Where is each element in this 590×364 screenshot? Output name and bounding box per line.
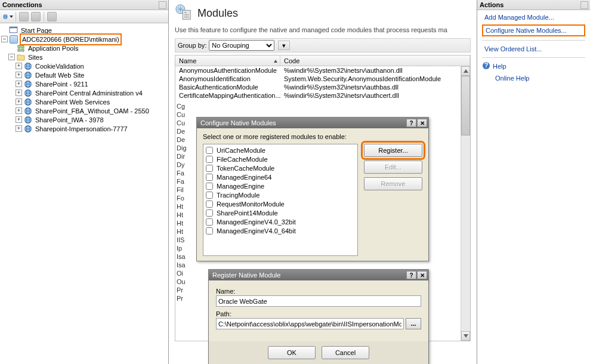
table-row[interactable]: Ht	[177, 219, 187, 227]
remove-button[interactable]: Remove	[364, 177, 422, 190]
table-row[interactable]: Ou	[177, 277, 187, 286]
scrollbar[interactable]	[461, 66, 470, 341]
module-checkbox-row[interactable]: RequestMonitorModule	[205, 199, 356, 208]
module-checkbox-row[interactable]: SharePoint14Module	[205, 208, 356, 217]
table-row[interactable]: Pr	[177, 286, 187, 294]
module-checkbox[interactable]	[206, 227, 213, 235]
table-row[interactable]: Ht	[177, 202, 187, 211]
tree-site[interactable]: +Sharepoint-Impersonation-7777	[16, 124, 167, 133]
action-add-managed-module[interactable]: Add Managed Module...	[482, 13, 585, 22]
table-row[interactable]: Pr	[177, 294, 187, 303]
help-icon[interactable]: ?	[406, 271, 416, 279]
expand-icon[interactable]: +	[16, 63, 22, 69]
help-icon[interactable]: ?	[406, 119, 416, 127]
close-icon[interactable]: ✕	[417, 119, 427, 127]
module-checkbox-row[interactable]: ManagedEngineV4.0_32bit	[205, 217, 356, 226]
tree-site[interactable]: +SharePoint_FBA_Without_OAM - 2550	[16, 106, 167, 115]
module-checkbox-row[interactable]: ManagedEngineV4.0_64bit	[205, 226, 356, 235]
column-code[interactable]: Code	[280, 55, 470, 66]
tree-site[interactable]: +SharePoint Web Services	[16, 97, 167, 106]
tree-site[interactable]: +SharePoint - 9211	[16, 79, 167, 88]
module-checkbox[interactable]	[206, 209, 213, 217]
expand-icon[interactable]: +	[16, 116, 22, 123]
table-row[interactable]: De	[177, 135, 187, 144]
module-checkbox[interactable]	[206, 218, 213, 226]
table-row[interactable]: Fa	[177, 177, 187, 186]
module-checkbox[interactable]	[206, 156, 213, 163]
module-checkbox-row[interactable]: TracingModule	[205, 190, 356, 199]
group-by-button[interactable]: ▾	[278, 41, 290, 50]
toolbar-icon[interactable]	[47, 11, 57, 22]
module-checkbox-row[interactable]: TokenCacheModule	[205, 164, 356, 172]
scroll-down-icon[interactable]	[461, 331, 470, 341]
svg-rect-4	[18, 45, 20, 48]
tree-site[interactable]: +SharePoint_IWA - 3978	[16, 115, 167, 124]
table-row[interactable]: AnonymousIdentificationSystem.Web.Securi…	[175, 75, 470, 83]
table-row[interactable]: Cu	[177, 110, 187, 119]
table-row[interactable]: Oi	[177, 269, 187, 277]
scroll-thumb[interactable]	[461, 76, 470, 135]
table-row[interactable]: Dir	[177, 152, 187, 161]
table-row[interactable]: Fo	[177, 194, 187, 202]
module-checkbox[interactable]	[206, 174, 213, 181]
table-row[interactable]: Dig	[177, 144, 187, 152]
table-row[interactable]: Ht	[177, 211, 187, 219]
tree-site[interactable]: +SharePoint Central Administration v4	[16, 88, 167, 97]
path-input[interactable]	[216, 318, 404, 329]
tree-server[interactable]: − ADC6220666 (BORED\mtikmani)	[1, 35, 167, 44]
module-checkbox[interactable]	[206, 183, 213, 190]
group-by-select[interactable]: No Grouping	[209, 40, 274, 51]
table-row[interactable]: Dy	[177, 161, 187, 169]
collapse-icon[interactable]: −	[1, 36, 8, 42]
module-checkbox-row[interactable]: ManagedEngine	[205, 181, 356, 190]
toolbar-icon[interactable]	[30, 11, 41, 22]
table-row[interactable]: BasicAuthenticationModule%windir%\System…	[175, 83, 470, 91]
module-checkbox[interactable]	[206, 147, 213, 154]
table-row[interactable]: Cu	[177, 119, 187, 127]
browse-button[interactable]: ...	[406, 318, 421, 329]
action-online-help[interactable]: Online Help	[493, 73, 585, 83]
path-label: Path:	[216, 310, 421, 317]
table-row[interactable]: Ip	[177, 244, 187, 252]
action-configure-native-modules[interactable]: Configure Native Modules...	[482, 24, 585, 36]
table-row[interactable]: Cg	[177, 102, 187, 110]
expand-icon[interactable]: +	[16, 90, 22, 96]
edit-button[interactable]: Edit...	[364, 161, 422, 174]
cancel-button[interactable]: Cancel	[322, 346, 369, 359]
action-help[interactable]: ? Help	[482, 61, 585, 71]
table-row[interactable]: Fil	[177, 186, 187, 194]
module-checkbox[interactable]	[206, 200, 213, 208]
module-checkbox[interactable]	[206, 192, 213, 199]
connections-tree: Start Page − ADC6220666 (BORED\mtikmani)…	[0, 23, 168, 364]
column-name[interactable]: Name	[175, 55, 280, 66]
table-row[interactable]: CertificateMappingAuthentication...%wind…	[175, 91, 470, 100]
close-icon[interactable]: ✕	[417, 271, 427, 279]
table-row[interactable]: Ht	[177, 227, 187, 236]
expand-icon[interactable]: +	[16, 98, 22, 105]
tree-sites[interactable]: − Sites	[8, 53, 167, 61]
table-row[interactable]: IIS	[177, 236, 187, 244]
refresh-icon[interactable]	[2, 11, 13, 22]
register-button[interactable]: Register...	[364, 144, 422, 157]
module-checkbox[interactable]	[206, 165, 213, 172]
table-row[interactable]: AnonymousAuthenticationModule%windir%\Sy…	[175, 66, 470, 75]
tree-site[interactable]: +CookieValidation	[16, 61, 167, 70]
table-row[interactable]: De	[177, 127, 187, 135]
collapse-icon[interactable]: −	[8, 54, 15, 60]
scroll-up-icon[interactable]	[461, 66, 470, 76]
ok-button[interactable]: OK	[268, 346, 316, 359]
module-checkbox-row[interactable]: UriCacheModule	[205, 146, 356, 155]
toolbar-icon[interactable]	[18, 11, 29, 22]
expand-icon[interactable]: +	[16, 125, 22, 132]
tree-site[interactable]: +Default Web Site	[16, 70, 167, 79]
module-checkbox-row[interactable]: ManagedEngine64	[205, 172, 356, 181]
table-row[interactable]: Isa	[177, 252, 187, 261]
name-input[interactable]	[216, 295, 421, 307]
module-checkbox-row[interactable]: FileCacheModule	[205, 155, 356, 164]
table-row[interactable]: Fa	[177, 169, 187, 177]
expand-icon[interactable]: +	[16, 107, 22, 114]
expand-icon[interactable]: +	[16, 81, 22, 87]
table-row[interactable]: Isa	[177, 261, 187, 269]
action-view-ordered-list[interactable]: View Ordered List...	[482, 44, 585, 54]
expand-icon[interactable]: +	[16, 72, 22, 78]
